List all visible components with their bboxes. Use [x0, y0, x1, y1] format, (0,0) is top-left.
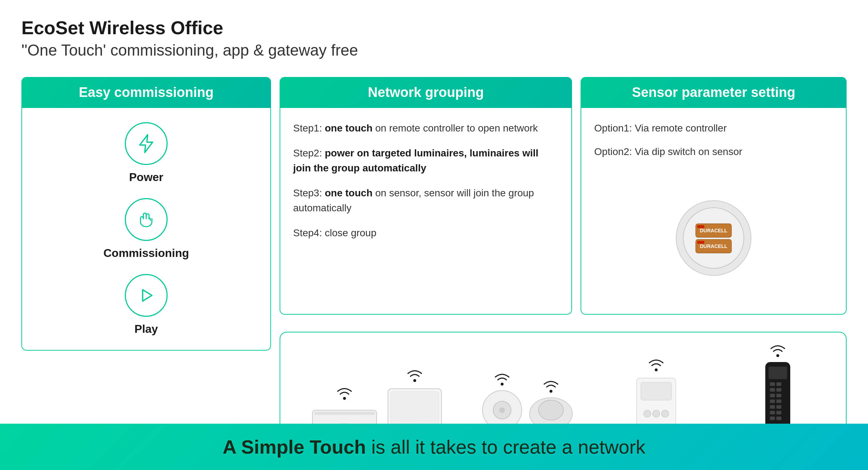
svg-point-16 [501, 383, 504, 386]
wifi-icon-4 [542, 379, 560, 393]
svg-rect-26 [641, 382, 672, 400]
network-grouping-header: Network grouping [280, 77, 572, 108]
svg-point-29 [662, 410, 669, 417]
svg-rect-45 [770, 417, 775, 420]
easy-commissioning-header: Easy commissioning [21, 77, 271, 108]
pir-group1 [481, 372, 524, 432]
svg-rect-46 [776, 417, 781, 420]
main-content: EcoSet Wireless Office ''One Touch' comm… [0, 0, 868, 460]
wifi-icon-3 [493, 372, 511, 386]
option2: Option2: Via dip switch on sensor [594, 144, 833, 159]
commissioning-label: Commissioning [103, 247, 189, 260]
svg-rect-37 [770, 394, 775, 397]
top-right-row: Network grouping Step1: one touch on rem… [280, 77, 847, 315]
svg-rect-40 [776, 399, 781, 403]
lightning-icon [136, 133, 157, 154]
remote-svg: PHILIPS [764, 360, 792, 432]
power-icon-circle [125, 122, 168, 165]
svg-rect-32 [769, 367, 787, 379]
wifi-icon-2 [406, 368, 424, 382]
columns-layout: Easy commissioning Power [21, 77, 847, 460]
svg-point-28 [653, 410, 660, 417]
svg-rect-11 [314, 412, 375, 415]
sensor-image: DURACELL DURACELL [594, 175, 833, 301]
panel-group [633, 357, 679, 432]
svg-rect-42 [776, 405, 781, 409]
panel-icons [633, 357, 679, 432]
play-icon-circle [125, 274, 168, 317]
panel-svg [633, 375, 679, 432]
network-grouping-box: Step1: one touch on remote controller to… [280, 108, 572, 315]
svg-point-19 [499, 407, 505, 413]
svg-rect-8 [697, 241, 704, 244]
svg-rect-39 [770, 399, 775, 403]
svg-rect-38 [776, 394, 781, 397]
svg-rect-35 [770, 388, 775, 392]
page-title: EcoSet Wireless Office ''One Touch' comm… [21, 17, 847, 59]
svg-point-24 [655, 368, 658, 371]
wifi-icon-1 [336, 386, 353, 400]
svg-marker-0 [143, 290, 152, 301]
wireless-luminaires-icons [309, 368, 445, 432]
svg-rect-34 [776, 382, 781, 386]
svg-point-13 [413, 379, 416, 382]
right-side: Network grouping Step1: one touch on rem… [280, 77, 847, 460]
commissioning-box: Power Commissioning [21, 108, 271, 351]
svg-point-2 [683, 208, 744, 268]
svg-rect-36 [776, 388, 781, 392]
option1: Option1: Via remote controller [594, 121, 833, 136]
svg-point-27 [644, 410, 651, 417]
svg-point-9 [343, 397, 346, 400]
svg-rect-44 [776, 411, 781, 414]
footer-bar: A Simple Touch is all it takes to create… [0, 424, 868, 470]
svg-text:DURACELL: DURACELL [700, 243, 727, 249]
remote-icons: PHILIPS [764, 343, 792, 432]
luminaire-group2 [384, 368, 445, 432]
power-item: Power [125, 122, 168, 184]
step2: Step2: power on targeted luminaires, lum… [293, 146, 558, 176]
svg-point-20 [550, 390, 552, 393]
play-label: Play [134, 322, 158, 336]
svg-rect-33 [770, 382, 775, 386]
sensor-parameter-column: Sensor parameter setting Option1: Via re… [581, 77, 847, 315]
power-label: Power [129, 171, 163, 184]
step1: Step1: one touch on remote controller to… [293, 121, 558, 136]
svg-rect-43 [770, 411, 775, 414]
touch-icon [136, 209, 157, 230]
svg-rect-41 [770, 405, 775, 409]
easy-commissioning-column: Easy commissioning Power [21, 77, 271, 351]
step4: Step4: close group [293, 226, 558, 241]
sensor-parameter-header: Sensor parameter setting [581, 77, 847, 108]
commissioning-icon-circle [125, 198, 168, 241]
svg-text:DURACELL: DURACELL [700, 228, 727, 233]
step3: Step3: one touch on sensor, sensor will … [293, 186, 558, 216]
footer-text: A Simple Touch is all it takes to create… [223, 436, 645, 458]
wifi-icon-5 [647, 357, 665, 372]
wifi-icon-6 [769, 343, 787, 357]
pir-icons [481, 372, 574, 432]
remote-group: PHILIPS [764, 343, 792, 432]
sensor-device-svg: DURACELL DURACELL [674, 199, 753, 277]
sensor-parameter-box: Option1: Via remote controller Option2: … [581, 108, 847, 315]
svg-point-22 [538, 400, 563, 420]
svg-rect-7 [697, 225, 704, 228]
commissioning-item: Commissioning [103, 198, 189, 260]
play-item: Play [125, 274, 168, 336]
play-icon [136, 285, 157, 306]
network-grouping-column: Network grouping Step1: one touch on rem… [280, 77, 572, 315]
svg-rect-15 [391, 392, 439, 425]
svg-point-30 [776, 354, 779, 357]
